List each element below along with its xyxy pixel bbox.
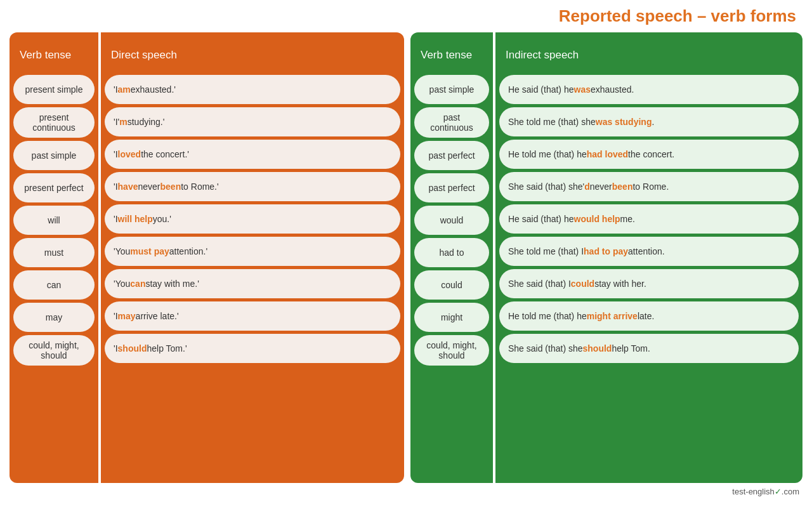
verb-tense-left-6: can xyxy=(13,270,95,300)
indirect-speech-cell-0: He said (that) he was exhausted. xyxy=(499,75,799,104)
indirect-speech-header: Indirect speech xyxy=(499,39,799,72)
direct-speech-cell-2: 'I loved the concert.' xyxy=(105,140,400,169)
direct-speech-cell-1: 'I'm studying.' xyxy=(105,107,400,136)
verb-tense-left-3: present perfect xyxy=(13,173,95,202)
verb-tense-right-8: could, might, should xyxy=(414,335,489,366)
indirect-speech-cell-6: She said (that) I could stay with her. xyxy=(499,269,799,298)
direct-speech-header: Direct speech xyxy=(105,39,400,72)
verb-tense-right-4: would xyxy=(414,206,489,235)
verb-tense-left-4: will xyxy=(13,206,95,235)
verb-tense-left-8: could, might, should xyxy=(13,335,95,366)
indirect-speech-cell-1: She told me (that) she was studying. xyxy=(499,107,799,136)
col-direct-speech: Direct speech 'I am exhausted.''I'm stud… xyxy=(101,32,404,483)
direct-speech-cell-3: 'I have never been to Rome.' xyxy=(105,172,400,201)
indirect-speech-cell-4: He said (that) he would help me. xyxy=(499,204,799,234)
verb-tense-right-1: past continuous xyxy=(414,107,489,138)
verb-tense-left-7: may xyxy=(13,303,95,332)
verb-tense-right-0: past simple xyxy=(414,75,489,104)
indirect-speech-cell-5: She told me (that) I had to pay attentio… xyxy=(499,237,799,266)
indirect-speech-cell-3: She said (that) she'd never been to Rome… xyxy=(499,172,799,201)
left-verb-header: Verb tense xyxy=(13,39,95,72)
check-icon: ✓ xyxy=(775,487,782,496)
direct-speech-cell-7: 'I may arrive late.' xyxy=(105,301,400,331)
indirect-speech-cell-2: He told me (that) he had loved the conce… xyxy=(499,140,799,169)
direct-speech-cell-0: 'I am exhausted.' xyxy=(105,75,400,104)
col-indirect-speech: Indirect speech He said (that) he was ex… xyxy=(495,32,802,483)
verb-tense-left-0: present simple xyxy=(13,75,95,104)
verb-tense-right-3: past perfect xyxy=(414,173,489,202)
direct-speech-cell-8: 'I should help Tom.' xyxy=(105,334,400,363)
right-verb-header: Verb tense xyxy=(414,39,489,72)
footer: test-english✓.com xyxy=(732,487,799,496)
verb-tense-left-5: must xyxy=(13,238,95,267)
main-table: Verb tense present simplepresent continu… xyxy=(10,32,802,483)
indirect-speech-cell-8: She said (that) she should help Tom. xyxy=(499,334,799,363)
verb-tense-right-5: had to xyxy=(414,238,489,267)
direct-speech-cell-6: 'You can stay with me.' xyxy=(105,269,400,298)
direct-speech-cell-5: 'You must pay attention.' xyxy=(105,237,400,266)
indirect-speech-cell-7: He told me (that) he might arrive late. xyxy=(499,301,799,331)
verb-tense-right-6: could xyxy=(414,270,489,300)
verb-tense-left-2: past simple xyxy=(13,141,95,170)
verb-tense-right-2: past perfect xyxy=(414,141,489,170)
direct-speech-cell-4: 'I will help you.' xyxy=(105,204,400,234)
verb-tense-left-1: present continuous xyxy=(13,107,95,138)
col-verb-tense-right: Verb tense past simplepast continuouspas… xyxy=(410,32,493,483)
verb-tense-right-7: might xyxy=(414,303,489,332)
col-verb-tense-left: Verb tense present simplepresent continu… xyxy=(10,32,98,483)
page-title: Reported speech – verb forms xyxy=(559,6,796,26)
